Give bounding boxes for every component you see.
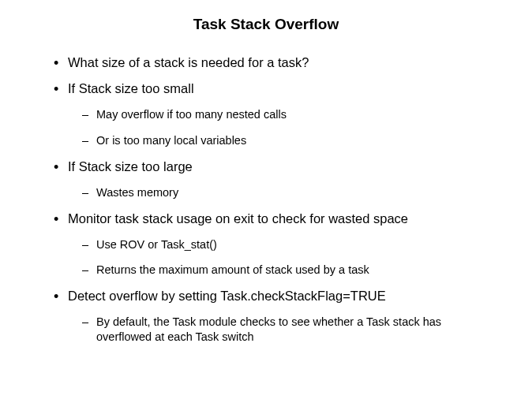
sub-list-item: Or is too many local variables: [82, 133, 493, 148]
sub-list-item: By default, the Task module checks to se…: [82, 315, 493, 345]
list-item-text: What size of a stack is needed for a tas…: [68, 55, 309, 69]
sub-list: May overflow if too many nested calls Or…: [68, 107, 493, 148]
sub-list-item: Wastes memory: [82, 185, 493, 200]
list-item: If Stack size too small May overflow if …: [54, 81, 493, 148]
page-title: Task Stack Overflow: [39, 16, 493, 33]
sub-list: Wastes memory: [68, 185, 493, 200]
sub-list-item: Use ROV or Task_stat(): [82, 237, 493, 252]
list-item-text: If Stack size too small: [68, 81, 194, 95]
bullet-list: What size of a stack is needed for a tas…: [39, 55, 493, 345]
sub-list-item: May overflow if too many nested calls: [82, 107, 493, 122]
sub-list: By default, the Task module checks to se…: [68, 315, 493, 345]
list-item: What size of a stack is needed for a tas…: [54, 55, 493, 70]
list-item-text: Monitor task stack usage on exit to chec…: [68, 211, 408, 226]
list-item-text: If Stack size too large: [68, 159, 193, 173]
list-item: Detect overflow by setting Task.checkSta…: [54, 289, 493, 345]
sub-list: Use ROV or Task_stat() Returns the maxim…: [68, 237, 493, 278]
list-item: Monitor task stack usage on exit to chec…: [54, 211, 493, 278]
list-item: If Stack size too large Wastes memory: [54, 159, 493, 200]
list-item-text: Detect overflow by setting Task.checkSta…: [68, 289, 386, 303]
sub-list-item: Returns the maximum amount of stack used…: [82, 263, 493, 278]
